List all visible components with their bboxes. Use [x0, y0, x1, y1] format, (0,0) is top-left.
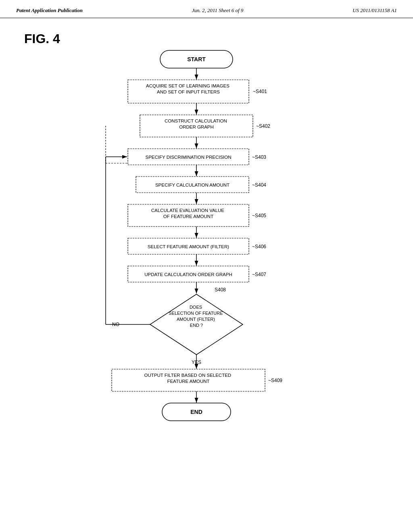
header-right: US 2011/0131158 A1: [353, 7, 397, 14]
s406-text: SELECT FEATURE AMOUNT (FILTER): [148, 244, 229, 249]
s404-text: SPECIFY CALCULATION AMOUNT: [155, 183, 229, 187]
s409-label: ~S409: [268, 378, 282, 383]
s403-text: SPECIFY DISCRIMINATION PRECISION: [146, 155, 232, 160]
s407-text: UPDATE CALCULATION ORDER GRAPH: [144, 272, 232, 277]
s402-label: ~S402: [256, 123, 270, 129]
flowchart: START ACQUIRE SET OF LEARNING IMAGES AND…: [65, 42, 348, 526]
s407-label: ~S407: [252, 272, 266, 277]
s404-label: ~S404: [252, 182, 266, 188]
end-label: END: [190, 409, 202, 415]
header-center: Jun. 2, 2011 Sheet 6 of 9: [192, 7, 244, 14]
flowchart-svg: START ACQUIRE SET OF LEARNING IMAGES AND…: [65, 42, 348, 526]
s406-label: ~S406: [252, 244, 266, 249]
page-header: Patent Application Publication Jun. 2, 2…: [0, 0, 413, 18]
s401-label: ~S401: [253, 89, 267, 94]
figure-label: FIG. 4: [24, 31, 60, 46]
s405-label: ~S405: [252, 213, 266, 218]
start-label: START: [187, 56, 206, 62]
header-left: Patent Application Publication: [16, 7, 83, 14]
s408-label: S408: [215, 287, 226, 293]
s403-label: ~S403: [252, 154, 266, 160]
